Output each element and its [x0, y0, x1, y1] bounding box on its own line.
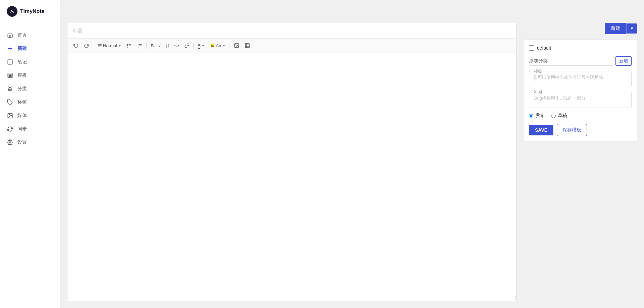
new-button-container: 新建 ▼	[605, 23, 637, 34]
highlight-dropdown[interactable]: Aa Aa ▼	[208, 42, 228, 50]
sidebar-form: default 新增 标签 您可以使用中文或英文逗号分隔标签。	[523, 40, 637, 142]
sidebar-item-settings[interactable]: 设置	[0, 136, 60, 149]
editor-panel: Normal ▼	[67, 23, 516, 301]
highlight-bg-icon: Aa	[210, 43, 215, 48]
svg-point-28	[127, 47, 128, 47]
logo-icon	[7, 6, 17, 17]
app-name: TimyNote	[20, 8, 45, 14]
svg-rect-8	[9, 74, 10, 75]
toolbar-separator-3	[193, 43, 194, 49]
action-row: SAVE 保存模板	[529, 124, 632, 136]
title-bar	[67, 23, 516, 39]
default-checkbox-label[interactable]: default	[537, 45, 551, 51]
underline-button[interactable]: U	[164, 42, 171, 50]
right-panel: 新建 ▼ default 新增	[516, 23, 637, 301]
sidebar-label-sync: 同步	[17, 126, 27, 132]
editor-body[interactable]	[67, 53, 516, 301]
default-checkbox-row: default	[529, 45, 632, 51]
italic-button[interactable]: I	[157, 42, 162, 50]
slug-field-group: Slug Slug将被用作URL的一部分	[529, 92, 632, 108]
redo-button[interactable]	[82, 42, 91, 50]
paragraph-dropdown[interactable]: Normal ▼	[95, 42, 123, 50]
publish-option[interactable]: 发布	[529, 113, 545, 119]
sidebar: TimyNote 首页 新建	[0, 0, 60, 308]
sidebar-item-notes[interactable]: 笔记	[0, 55, 60, 69]
undo-button[interactable]	[71, 42, 81, 50]
tag-icon	[7, 99, 13, 106]
sidebar-label-home: 首页	[17, 32, 27, 38]
new-dropdown-button[interactable]: ▼	[626, 23, 637, 34]
bold-button[interactable]: B	[149, 42, 156, 50]
svg-rect-9	[10, 74, 11, 75]
ordered-list-button[interactable]	[135, 42, 144, 50]
category-input[interactable]	[529, 56, 613, 66]
svg-point-13	[11, 87, 12, 88]
tags-field-label: 标签	[533, 68, 543, 74]
code-button[interactable]: <>	[172, 42, 181, 49]
sidebar-label-new: 新建	[17, 46, 27, 52]
link-button[interactable]	[183, 42, 191, 49]
app-logo: TimyNote	[0, 0, 60, 23]
draft-radio[interactable]	[551, 114, 556, 118]
svg-point-12	[8, 87, 10, 88]
sidebar-item-new[interactable]: 新建	[0, 42, 60, 55]
paragraph-icon	[97, 43, 102, 48]
category-row: 新增	[529, 56, 632, 66]
svg-text:Aa: Aa	[211, 45, 214, 47]
redo-icon	[84, 43, 89, 48]
code-label: <>	[174, 43, 179, 48]
main-area: Normal ▼	[60, 0, 644, 308]
new-main-button[interactable]: 新建	[605, 23, 626, 34]
publish-radio-row: 发布 草稿	[529, 113, 632, 119]
save-button[interactable]: SAVE	[529, 125, 553, 135]
sidebar-item-templates[interactable]: 模板	[0, 69, 60, 82]
media-icon	[7, 112, 13, 119]
toolbar-separator-1	[93, 43, 93, 49]
sidebar-item-tags[interactable]: 标签	[0, 96, 60, 109]
category-icon	[7, 85, 13, 92]
new-dropdown-chevron-icon: ▼	[630, 26, 634, 31]
settings-icon	[7, 139, 13, 146]
svg-point-26	[127, 44, 128, 45]
sidebar-item-sync[interactable]: 同步	[0, 122, 60, 136]
notes-icon	[7, 59, 13, 65]
sidebar-label-notes: 笔记	[17, 59, 27, 65]
toolbar-separator-4	[230, 43, 230, 49]
top-bar	[60, 0, 644, 16]
svg-point-27	[127, 45, 128, 46]
sidebar-item-categories[interactable]: 分类	[0, 82, 60, 96]
italic-label: I	[159, 43, 160, 48]
edit-icon	[7, 45, 13, 52]
paragraph-chevron-icon: ▼	[118, 44, 121, 48]
ordered-list-icon	[137, 43, 142, 48]
sidebar-nav: 首页 新建 笔记	[0, 23, 60, 155]
svg-point-14	[8, 89, 10, 91]
bold-label: B	[151, 43, 154, 48]
draft-option[interactable]: 草稿	[551, 113, 567, 119]
default-checkbox[interactable]	[529, 45, 534, 51]
publish-radio[interactable]	[529, 114, 533, 118]
add-category-button[interactable]: 新增	[615, 56, 632, 66]
undo-icon	[73, 43, 79, 48]
insert-image-button[interactable]	[232, 42, 241, 50]
sidebar-label-categories: 分类	[17, 86, 27, 92]
content-area: Normal ▼	[60, 16, 644, 308]
unordered-list-button[interactable]	[125, 42, 134, 50]
svg-point-35	[236, 45, 236, 45]
sidebar-item-home[interactable]: 首页	[0, 28, 60, 42]
sidebar-label-templates: 模板	[17, 72, 27, 78]
font-color-dropdown[interactable]: A ▼	[196, 41, 207, 50]
link-icon	[185, 43, 189, 48]
svg-rect-10	[9, 76, 10, 77]
sidebar-label-settings: 设置	[17, 139, 27, 145]
sidebar-label-media: 媒体	[17, 113, 27, 119]
table-icon	[245, 43, 250, 48]
sidebar-item-media[interactable]: 媒体	[0, 109, 60, 122]
title-input[interactable]	[67, 23, 516, 38]
tags-field-box: 标签 您可以使用中文或英文逗号分隔标签。	[529, 71, 632, 87]
font-color-chevron-icon: ▼	[201, 44, 205, 48]
svg-point-18	[9, 114, 9, 115]
save-template-button[interactable]: 保存模板	[557, 124, 587, 136]
insert-table-button[interactable]	[243, 42, 252, 50]
template-icon	[7, 72, 13, 79]
